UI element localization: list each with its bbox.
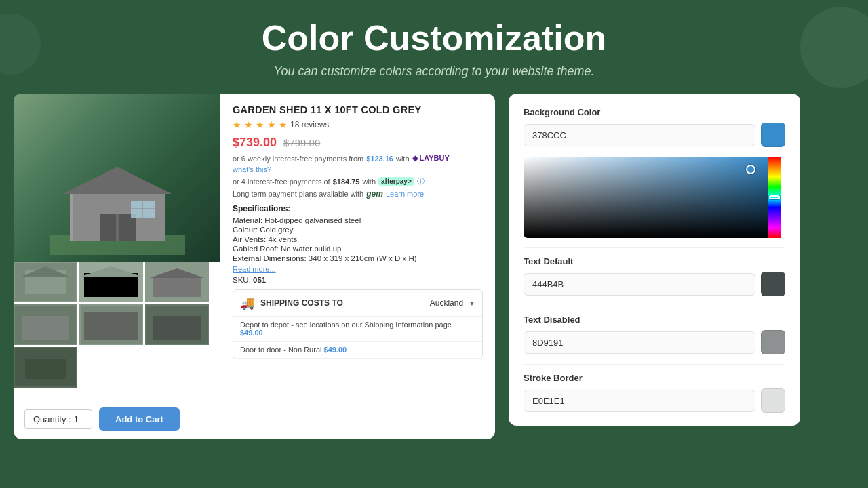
thumbnail-1[interactable] [14, 262, 77, 302]
chevron-down-icon: ▼ [469, 300, 475, 307]
shipping-box: 🚚 SHIPPING COSTS TO Auckland ▼ Depot to … [233, 289, 483, 359]
stroke-border-title: Stroke Border [524, 373, 785, 383]
svg-rect-26 [25, 359, 66, 379]
product-card: GARDEN SHED 11 X 10FT COLD GREY ★ ★ ★ ★ … [14, 94, 495, 439]
shipping-option-1-text: Depot to depot - see locations on our Sh… [240, 321, 452, 329]
gradient-box[interactable] [524, 157, 768, 238]
quantity-value: 1 [74, 414, 79, 424]
laybuy-row: or 6 weekly interest-free payments from … [233, 154, 483, 174]
page-header: Color Customization You can customize co… [0, 0, 868, 94]
hue-handle [769, 195, 780, 199]
svg-rect-20 [22, 316, 69, 340]
gem-learn-more[interactable]: Learn more [386, 190, 424, 198]
picker-row [524, 157, 785, 238]
main-content: GARDEN SHED 11 X 10FT COLD GREY ★ ★ ★ ★ … [0, 94, 868, 439]
shipping-header[interactable]: 🚚 SHIPPING COSTS TO Auckland ▼ [233, 290, 482, 317]
color-panel: Background Color Text Default [509, 94, 800, 426]
thumbnail-7[interactable] [14, 347, 77, 388]
sku-value: 051 [253, 276, 266, 284]
product-inner: GARDEN SHED 11 X 10FT COLD GREY ★ ★ ★ ★ … [14, 94, 495, 402]
star-5: ★ [279, 119, 288, 130]
price-original: $799.00 [283, 137, 320, 148]
review-count[interactable]: 18 reviews [290, 120, 329, 129]
divider-1 [524, 247, 785, 248]
text-default-input-row [524, 272, 785, 296]
afterpay-info-icon[interactable]: ⓘ [417, 176, 425, 186]
bg-color-title: Background Color [524, 107, 785, 117]
laybuy-logo: ◆ LAYBUY [412, 154, 450, 163]
page-subtitle: You can customize colors according to yo… [14, 63, 854, 80]
afterpay-text: or 4 interest-free payments of [233, 178, 330, 186]
text-disabled-input[interactable] [524, 331, 755, 354]
text-default-swatch[interactable] [761, 272, 785, 296]
divider-3 [524, 364, 785, 365]
svg-rect-14 [84, 273, 138, 297]
shed-svg [50, 146, 185, 255]
svg-rect-22 [84, 312, 138, 340]
svg-rect-17 [153, 277, 201, 297]
product-title: GARDEN SHED 11 X 10FT COLD GREY [233, 104, 483, 115]
spec-material: Material: Hot-dipped galvanised steel [233, 216, 483, 224]
gem-row: Long term payment plans available with g… [233, 189, 483, 199]
sku-row: SKU: 051 [233, 276, 483, 284]
specs-title: Specifications: [233, 204, 483, 214]
svg-rect-3 [100, 214, 117, 241]
text-disabled-swatch[interactable] [761, 330, 785, 354]
shipping-option-2-text: Door to door - Non Rural [240, 346, 321, 354]
quantity-label: Quantity : [33, 414, 71, 424]
hue-slider[interactable] [768, 157, 781, 238]
sku-label: SKU: [233, 276, 251, 284]
gem-logo: gem [366, 189, 383, 199]
bg-color-input[interactable] [524, 124, 755, 146]
svg-rect-9 [70, 194, 73, 241]
stroke-border-swatch[interactable] [761, 388, 785, 413]
bg-color-swatch[interactable] [761, 123, 785, 147]
thumbnail-3[interactable] [145, 262, 209, 302]
spec-vents: Air Vents: 4x vents [233, 235, 483, 243]
laybuy-text: or 6 weekly interest-free payments from [233, 155, 363, 163]
svg-rect-5 [116, 214, 119, 241]
text-default-input[interactable] [524, 273, 755, 296]
star-1: ★ [233, 119, 241, 130]
text-default-title: Text Default [524, 256, 785, 266]
shed-illustration [14, 94, 220, 262]
rating-row: ★ ★ ★ ★ ★ 18 reviews [233, 119, 483, 130]
svg-rect-24 [153, 316, 201, 340]
color-picker-area[interactable] [524, 157, 785, 238]
add-to-cart-button[interactable]: Add to Cart [99, 407, 180, 431]
thumbnail-4[interactable] [14, 304, 77, 345]
shipping-option-1: Depot to depot - see locations on our Sh… [233, 317, 482, 342]
price-row: $739.00 $799.00 [233, 136, 483, 150]
shipping-location: Auckland [430, 298, 463, 308]
shipping-option-2: Door to door - Non Rural $49.00 [233, 342, 482, 359]
afterpay-with: with [362, 178, 376, 186]
product-details: GARDEN SHED 11 X 10FT COLD GREY ★ ★ ★ ★ … [220, 94, 495, 402]
shipping-price-2: $49.00 [324, 346, 347, 354]
gradient-dark-overlay [524, 157, 768, 238]
thumbnail-5[interactable] [79, 304, 143, 345]
page-title: Color Customization [14, 19, 854, 58]
cart-row: Quantity : 1 Add to Cart [14, 402, 495, 439]
afterpay-logo: afterpay> [378, 177, 414, 186]
product-images [14, 94, 220, 402]
laybuy-amount: $123.16 [366, 155, 393, 163]
read-more-link[interactable]: Read more... [233, 265, 483, 273]
thumbnail-2[interactable] [79, 262, 143, 302]
afterpay-row: or 4 interest-free payments of $184.75 w… [233, 176, 483, 186]
spec-roof: Gabled Roof: No water build up [233, 245, 483, 253]
price-current: $739.00 [233, 136, 277, 150]
star-4: ★ [267, 119, 276, 130]
thumbnail-6[interactable] [145, 304, 209, 345]
stroke-border-input-row [524, 388, 785, 413]
bg-color-input-row [524, 123, 785, 147]
text-disabled-title: Text Disabled [524, 314, 785, 325]
laybuy-with: with [396, 155, 410, 163]
product-main-image [14, 94, 220, 262]
star-3: ★ [256, 119, 264, 130]
divider-2 [524, 306, 785, 306]
laybuy-whats-this[interactable]: what's this? [233, 165, 271, 174]
thumbnail-grid [14, 262, 220, 388]
stroke-border-input[interactable] [524, 390, 755, 412]
gem-text: Long term payment plans available with [233, 190, 363, 198]
svg-marker-2 [63, 167, 172, 194]
